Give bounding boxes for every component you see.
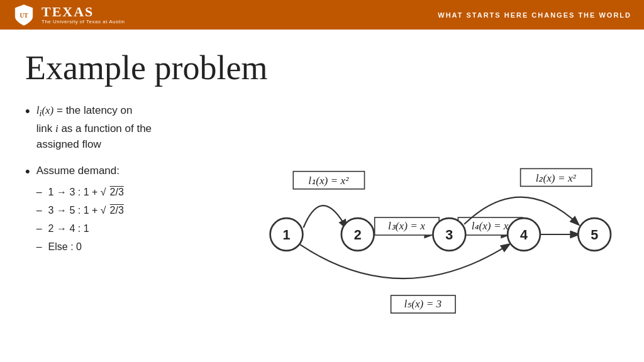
bullet-1: • li(x) = the latency on link i as a fun… [25,102,226,153]
svg-text:UT: UT [19,13,28,19]
shield-icon: UT [13,4,35,26]
svg-text:4: 4 [520,227,528,243]
graph-diagram: l₁(x) = x² l₃(x) = x l₄(x) = x l₂(x) = x… [239,102,619,362]
sub-bullet-1: 1 → 3 : 1 + √2/3 [36,184,124,202]
sub-bullet-2: 3 → 5 : 1 + √2/3 [36,202,124,220]
svg-text:l₁(x) = x²: l₁(x) = x² [308,175,349,187]
bullet-marker-1: • [25,102,30,121]
page-title: Example problem [25,48,619,87]
sub-bullet-4: Else : 0 [36,238,124,256]
main-content: Example problem • li(x) = the latency on… [0,30,644,362]
math-i: i [55,123,58,134]
math-l: li(x) [36,104,54,116]
content-area: • li(x) = the latency on link i as a fun… [25,102,619,362]
graph-svg: l₁(x) = x² l₃(x) = x l₄(x) = x l₂(x) = x… [239,102,619,362]
bullet-marker-2: • [25,163,30,181]
bullet-2-text: Assume demand: 1 → 3 : 1 + √2/3 3 → 5 : … [36,163,124,256]
bullet-2: • Assume demand: 1 → 3 : 1 + √2/3 3 → 5 … [25,163,226,256]
tagline: What Starts Here Changes The World [438,11,631,19]
sub-bullet-3: 2 → 4 : 1 [36,220,124,238]
svg-text:3: 3 [445,227,453,243]
logo-area: UT TEXAS The University of Texas at Aust… [13,4,125,26]
header: UT TEXAS The University of Texas at Aust… [0,0,644,30]
university-subtitle: The University of Texas at Austin [42,19,125,25]
bullet-1-text: li(x) = the latency on link i as a funct… [36,102,152,153]
svg-text:2: 2 [354,227,362,243]
svg-text:l₅(x) = 3: l₅(x) = 3 [404,298,441,310]
svg-text:l₄(x) = x: l₄(x) = x [472,220,509,232]
left-panel: • li(x) = the latency on link i as a fun… [25,102,226,266]
svg-text:l₃(x) = x: l₃(x) = x [388,220,425,232]
university-name: TEXAS [42,5,125,19]
svg-text:5: 5 [591,227,598,243]
svg-text:l₂(x) = x²: l₂(x) = x² [536,172,577,184]
sub-bullet-list: 1 → 3 : 1 + √2/3 3 → 5 : 1 + √2/3 2 → 4 … [36,184,124,256]
svg-text:1: 1 [283,227,291,243]
